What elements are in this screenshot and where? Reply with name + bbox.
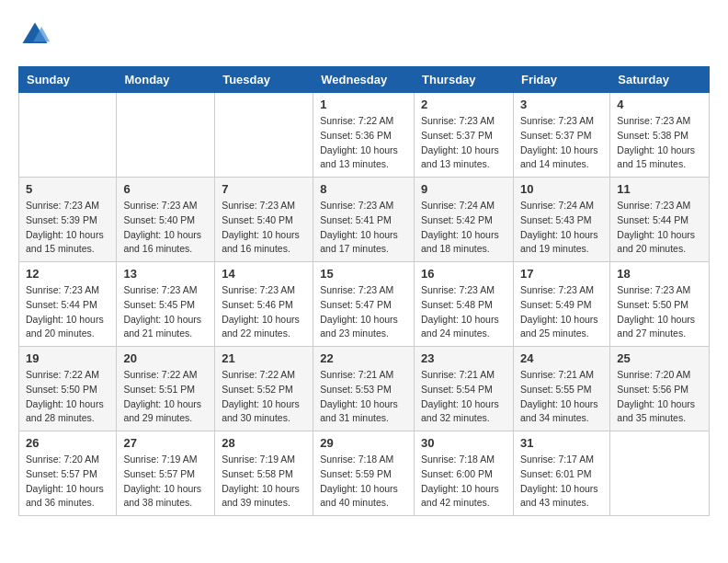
day-info: Sunrise: 7:23 AM Sunset: 5:40 PM Dayligh… — [123, 199, 208, 257]
page-header — [18, 18, 710, 52]
calendar-cell: 10Sunrise: 7:24 AM Sunset: 5:43 PM Dayli… — [513, 178, 609, 262]
calendar-cell: 23Sunrise: 7:21 AM Sunset: 5:54 PM Dayli… — [415, 347, 514, 431]
day-info: Sunrise: 7:23 AM Sunset: 5:45 PM Dayligh… — [123, 283, 208, 341]
day-info: Sunrise: 7:21 AM Sunset: 5:55 PM Dayligh… — [520, 368, 603, 426]
day-info: Sunrise: 7:23 AM Sunset: 5:39 PM Dayligh… — [26, 199, 109, 257]
day-info: Sunrise: 7:23 AM Sunset: 5:44 PM Dayligh… — [26, 283, 109, 341]
day-number: 3 — [520, 98, 603, 111]
calendar-week-row: 5Sunrise: 7:23 AM Sunset: 5:39 PM Daylig… — [19, 178, 710, 262]
day-info: Sunrise: 7:22 AM Sunset: 5:51 PM Dayligh… — [123, 368, 208, 426]
day-info: Sunrise: 7:20 AM Sunset: 5:57 PM Dayligh… — [26, 453, 109, 511]
day-number: 7 — [222, 182, 306, 196]
day-info: Sunrise: 7:24 AM Sunset: 5:43 PM Dayligh… — [520, 199, 603, 257]
calendar-cell: 13Sunrise: 7:23 AM Sunset: 5:45 PM Dayli… — [117, 262, 215, 347]
day-info: Sunrise: 7:23 AM Sunset: 5:37 PM Dayligh… — [520, 114, 603, 172]
weekday-header-wednesday: Wednesday — [313, 67, 415, 93]
day-number: 5 — [26, 182, 109, 196]
day-number: 23 — [421, 351, 506, 365]
calendar-cell: 4Sunrise: 7:23 AM Sunset: 5:38 PM Daylig… — [610, 93, 710, 178]
calendar-cell: 28Sunrise: 7:19 AM Sunset: 5:58 PM Dayli… — [215, 431, 313, 516]
day-number: 9 — [421, 182, 506, 196]
day-info: Sunrise: 7:19 AM Sunset: 5:58 PM Dayligh… — [222, 453, 306, 511]
calendar-cell: 25Sunrise: 7:20 AM Sunset: 5:56 PM Dayli… — [610, 347, 710, 431]
calendar-week-row: 19Sunrise: 7:22 AM Sunset: 5:50 PM Dayli… — [19, 347, 710, 431]
day-number: 19 — [26, 351, 109, 365]
weekday-header-monday: Monday — [117, 67, 215, 93]
day-info: Sunrise: 7:23 AM Sunset: 5:40 PM Dayligh… — [222, 199, 306, 257]
calendar-cell: 18Sunrise: 7:23 AM Sunset: 5:50 PM Dayli… — [610, 262, 710, 347]
day-number: 10 — [520, 182, 603, 196]
calendar-cell: 1Sunrise: 7:22 AM Sunset: 5:36 PM Daylig… — [313, 93, 415, 178]
calendar-cell — [215, 93, 313, 178]
calendar-cell: 29Sunrise: 7:18 AM Sunset: 5:59 PM Dayli… — [313, 431, 415, 516]
calendar-cell: 19Sunrise: 7:22 AM Sunset: 5:50 PM Dayli… — [19, 347, 117, 431]
calendar-cell: 15Sunrise: 7:23 AM Sunset: 5:47 PM Dayli… — [313, 262, 415, 347]
day-info: Sunrise: 7:21 AM Sunset: 5:53 PM Dayligh… — [320, 368, 407, 426]
day-info: Sunrise: 7:19 AM Sunset: 5:57 PM Dayligh… — [123, 453, 208, 511]
calendar-cell — [610, 431, 710, 516]
calendar-cell: 16Sunrise: 7:23 AM Sunset: 5:48 PM Dayli… — [415, 262, 514, 347]
calendar-cell: 11Sunrise: 7:23 AM Sunset: 5:44 PM Dayli… — [610, 178, 710, 262]
day-number: 15 — [320, 267, 407, 281]
day-number: 27 — [123, 436, 208, 450]
day-info: Sunrise: 7:22 AM Sunset: 5:52 PM Dayligh… — [222, 368, 306, 426]
weekday-header-saturday: Saturday — [610, 67, 710, 93]
calendar-cell: 8Sunrise: 7:23 AM Sunset: 5:41 PM Daylig… — [313, 178, 415, 262]
day-number: 2 — [421, 98, 506, 111]
weekday-header-thursday: Thursday — [415, 67, 514, 93]
calendar-week-row: 12Sunrise: 7:23 AM Sunset: 5:44 PM Dayli… — [19, 262, 710, 347]
day-number: 20 — [123, 351, 208, 365]
calendar-cell: 22Sunrise: 7:21 AM Sunset: 5:53 PM Dayli… — [313, 347, 415, 431]
day-number: 1 — [320, 98, 407, 111]
day-info: Sunrise: 7:23 AM Sunset: 5:49 PM Dayligh… — [520, 283, 603, 341]
weekday-header-tuesday: Tuesday — [215, 67, 313, 93]
day-number: 8 — [320, 182, 407, 196]
calendar-cell: 17Sunrise: 7:23 AM Sunset: 5:49 PM Dayli… — [513, 262, 609, 347]
calendar-cell: 7Sunrise: 7:23 AM Sunset: 5:40 PM Daylig… — [215, 178, 313, 262]
day-number: 30 — [421, 436, 506, 450]
calendar-cell: 30Sunrise: 7:18 AM Sunset: 6:00 PM Dayli… — [415, 431, 514, 516]
calendar-cell: 5Sunrise: 7:23 AM Sunset: 5:39 PM Daylig… — [19, 178, 117, 262]
day-info: Sunrise: 7:20 AM Sunset: 5:56 PM Dayligh… — [617, 368, 702, 426]
calendar-week-row: 1Sunrise: 7:22 AM Sunset: 5:36 PM Daylig… — [19, 93, 710, 178]
logo — [18, 18, 53, 52]
day-info: Sunrise: 7:24 AM Sunset: 5:42 PM Dayligh… — [421, 199, 506, 257]
day-info: Sunrise: 7:23 AM Sunset: 5:46 PM Dayligh… — [222, 283, 306, 341]
weekday-header-friday: Friday — [513, 67, 609, 93]
day-number: 6 — [123, 182, 208, 196]
day-info: Sunrise: 7:23 AM Sunset: 5:44 PM Dayligh… — [617, 199, 702, 257]
calendar-cell: 14Sunrise: 7:23 AM Sunset: 5:46 PM Dayli… — [215, 262, 313, 347]
day-number: 14 — [222, 267, 306, 281]
day-info: Sunrise: 7:23 AM Sunset: 5:47 PM Dayligh… — [320, 283, 407, 341]
logo-icon — [18, 18, 51, 52]
day-number: 31 — [520, 436, 603, 450]
day-info: Sunrise: 7:18 AM Sunset: 6:00 PM Dayligh… — [421, 453, 506, 511]
day-number: 26 — [26, 436, 109, 450]
day-number: 16 — [421, 267, 506, 281]
day-number: 18 — [617, 267, 702, 281]
calendar-cell: 21Sunrise: 7:22 AM Sunset: 5:52 PM Dayli… — [215, 347, 313, 431]
calendar-cell: 3Sunrise: 7:23 AM Sunset: 5:37 PM Daylig… — [513, 93, 609, 178]
calendar-cell: 20Sunrise: 7:22 AM Sunset: 5:51 PM Dayli… — [117, 347, 215, 431]
calendar-cell: 2Sunrise: 7:23 AM Sunset: 5:37 PM Daylig… — [415, 93, 514, 178]
weekday-header-sunday: Sunday — [19, 67, 117, 93]
calendar-cell — [19, 93, 117, 178]
day-number: 24 — [520, 351, 603, 365]
day-number: 17 — [520, 267, 603, 281]
day-number: 28 — [222, 436, 306, 450]
day-info: Sunrise: 7:22 AM Sunset: 5:50 PM Dayligh… — [26, 368, 109, 426]
day-info: Sunrise: 7:18 AM Sunset: 5:59 PM Dayligh… — [320, 453, 407, 511]
day-info: Sunrise: 7:23 AM Sunset: 5:50 PM Dayligh… — [617, 283, 702, 341]
day-info: Sunrise: 7:23 AM Sunset: 5:38 PM Dayligh… — [617, 114, 702, 172]
day-info: Sunrise: 7:23 AM Sunset: 5:48 PM Dayligh… — [421, 283, 506, 341]
calendar-cell: 27Sunrise: 7:19 AM Sunset: 5:57 PM Dayli… — [117, 431, 215, 516]
day-info: Sunrise: 7:23 AM Sunset: 5:41 PM Dayligh… — [320, 199, 407, 257]
calendar-cell: 31Sunrise: 7:17 AM Sunset: 6:01 PM Dayli… — [513, 431, 609, 516]
day-info: Sunrise: 7:22 AM Sunset: 5:36 PM Dayligh… — [320, 114, 407, 172]
calendar-week-row: 26Sunrise: 7:20 AM Sunset: 5:57 PM Dayli… — [19, 431, 710, 516]
calendar-cell: 6Sunrise: 7:23 AM Sunset: 5:40 PM Daylig… — [117, 178, 215, 262]
calendar-cell — [117, 93, 215, 178]
calendar-cell: 26Sunrise: 7:20 AM Sunset: 5:57 PM Dayli… — [19, 431, 117, 516]
calendar-cell: 12Sunrise: 7:23 AM Sunset: 5:44 PM Dayli… — [19, 262, 117, 347]
day-info: Sunrise: 7:23 AM Sunset: 5:37 PM Dayligh… — [421, 114, 506, 172]
